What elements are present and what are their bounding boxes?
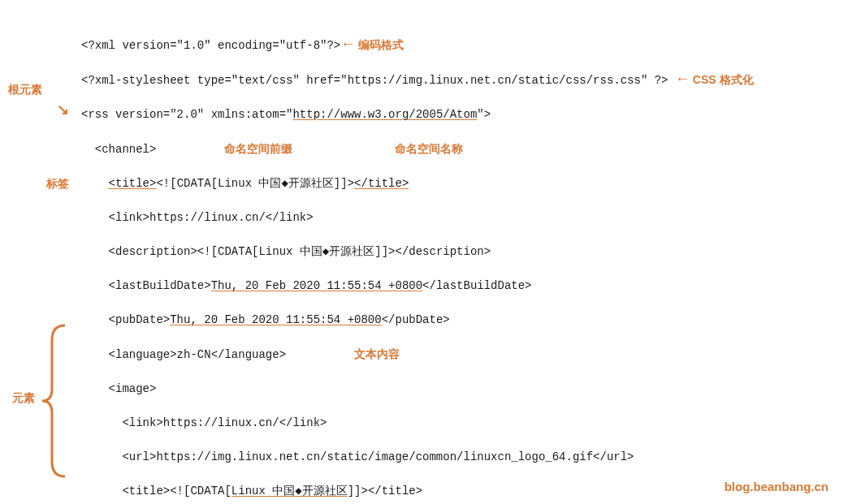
ann-element: 元素 [12,390,35,407]
ann-tag: 标签 [46,175,69,192]
image-open: <image> [81,382,156,395]
ann-cssformat: ← CSS 格式化 [675,73,754,86]
channel-open: <channel> [81,143,156,156]
ann-root: 根元素 [8,81,42,98]
image-title: <title><![CDATA[Linux 中国◆开源社区]]></title> [81,485,422,498]
language-tag: <language>zh-CN</language> [81,348,286,361]
link-tag: <link>https://linux.cn/</link> [81,211,314,224]
pubdate-tag: <pubDate>Thu, 20 Feb 2020 11:55:54 +0800… [81,313,450,326]
watermark: blog.beanbang.cn [725,478,829,497]
lastbuilddate-tag: <lastBuildDate>Thu, 20 Feb 2020 11:55:54… [81,279,532,292]
image-url: <url>https://img.linux.net.cn/static/ima… [81,450,634,463]
title-tag: <title><![CDATA[Linux 中国◆开源社区]]></title> [109,177,409,190]
brace-icon [41,324,68,478]
xml-code-block: <?xml version="1.0" encoding="utf-8"?>← … [81,19,837,504]
ann-ns-name: 命名空间名称 [395,142,463,155]
ann-encoding: ← 编码格式 [340,38,404,51]
ann-ns-prefix: 命名空间前缀 [224,142,292,155]
description-tag: <description><![CDATA[Linux 中国◆开源社区]]></… [81,245,491,258]
arrow-root: ↘ [57,104,69,115]
xml-declaration: <?xml version="1.0" encoding="utf-8"?> [81,39,340,52]
xml-stylesheet: <?xml-stylesheet type="text/css" href="h… [81,74,668,87]
rss-open: <rss version="2.0" xmlns:atom="http://ww… [81,108,491,121]
image-link: <link>https://linux.cn/</link> [81,416,327,429]
ann-textcontent: 文本内容 [354,347,400,360]
